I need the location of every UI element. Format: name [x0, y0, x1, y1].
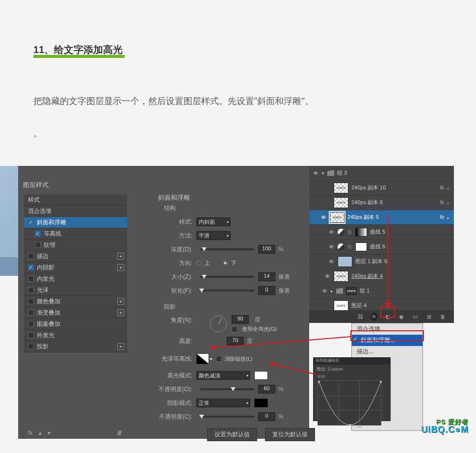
blending-options-item[interactable]: 混合选项 — [24, 206, 127, 217]
antialias-checkbox[interactable] — [216, 356, 222, 362]
visibility-off-icon[interactable] — [324, 302, 331, 309]
visibility-icon[interactable]: 👁 — [328, 243, 335, 250]
contour-preset-row[interactable]: 预设: Custom — [314, 365, 390, 374]
inner-shadow-item[interactable]: ✓内阴影+ — [24, 262, 127, 273]
checkbox-icon[interactable] — [28, 276, 34, 282]
satin-item[interactable]: 光泽 — [24, 285, 127, 296]
fx-icon[interactable]: fx — [28, 429, 32, 436]
checkbox-icon[interactable] — [28, 344, 34, 349]
checkbox-icon[interactable] — [28, 310, 34, 316]
angle-dial[interactable] — [210, 316, 227, 332]
angle-label: 角度(N): — [133, 314, 196, 324]
angle-input[interactable]: 90 — [232, 315, 249, 324]
method-select[interactable]: 平滑 — [196, 231, 231, 240]
layers-panel: 👁▾组 3 240PS240ps 副本 10fx 240PS240ps 副本 6… — [309, 166, 454, 323]
new-layer-icon[interactable]: ⊞ — [425, 314, 432, 320]
layer1copy6-row[interactable]: 👁图层 1 副本 6 — [309, 254, 454, 269]
adjustment-button-icon[interactable]: ◉ — [398, 314, 405, 320]
global-light-checkbox[interactable] — [232, 326, 238, 332]
fx-indicator[interactable]: fx — [440, 214, 450, 220]
outer-glow-item[interactable]: 外发光 — [24, 330, 127, 341]
style-select[interactable]: 内斜面 — [196, 217, 231, 226]
menu-stroke[interactable]: 描边... — [352, 346, 423, 357]
plus-icon[interactable]: + — [117, 264, 124, 271]
color-overlay-item[interactable]: 颜色叠加+ — [24, 296, 127, 307]
contour-item[interactable]: ✓等高线 — [24, 228, 127, 240]
visibility-icon[interactable]: 👁 — [320, 214, 327, 221]
visibility-off-icon[interactable] — [324, 199, 331, 206]
chevron-right-icon[interactable]: ▸ — [331, 289, 333, 293]
link-layers-icon[interactable]: ⛓ — [357, 314, 364, 320]
visibility-icon[interactable]: 👁 — [328, 258, 335, 265]
visibility-icon[interactable]: 👁 — [312, 170, 319, 177]
fx-button[interactable]: fx — [370, 313, 377, 320]
curves5-row[interactable]: 👁⛓曲线 5 — [309, 225, 454, 240]
shadow-opacity-input[interactable]: 0 — [258, 412, 275, 421]
plus-icon[interactable]: + — [117, 343, 124, 350]
visibility-off-icon[interactable] — [324, 185, 331, 191]
dir-up-radio[interactable] — [196, 261, 201, 266]
checkbox-icon[interactable] — [35, 242, 41, 248]
group-1-row[interactable]: 👁▸240PS组 1 — [309, 284, 454, 298]
curves6-row[interactable]: 👁⛓曲线 6 — [309, 240, 454, 254]
altitude-input[interactable]: 70 — [227, 337, 244, 346]
checkbox-icon[interactable] — [28, 321, 34, 327]
contour-editor-popup[interactable]: 等高线编辑器 预设: Custom 映射 — [313, 357, 391, 421]
arrow-up-icon[interactable]: ▴ — [38, 429, 41, 436]
plus-icon[interactable]: + — [117, 298, 124, 305]
styles-header[interactable]: 样式 — [24, 194, 127, 206]
layer-copy10-row[interactable]: 240PS240ps 副本 10fx — [309, 181, 454, 195]
checkbox-icon[interactable]: ✓ — [28, 265, 34, 270]
size-slider[interactable] — [200, 276, 254, 278]
group-button-icon[interactable]: ▭ — [412, 314, 419, 320]
checkbox-icon[interactable] — [28, 253, 34, 259]
layer-copy4-row[interactable]: 👁240PS240ps 副本 4 — [309, 269, 454, 284]
highlight-color-swatch[interactable] — [254, 371, 268, 380]
layer-thumb-icon: 240PS — [330, 212, 344, 223]
shadow-mode-select[interactable]: 正常 — [196, 399, 250, 407]
trash-icon[interactable]: 🗑 — [439, 314, 446, 320]
reset-default-button[interactable]: 复位为默认值 — [265, 428, 315, 441]
inner-glow-item[interactable]: 内发光 — [24, 273, 127, 285]
checkbox-icon[interactable] — [28, 298, 34, 304]
arrow-down-icon[interactable]: ▾ — [47, 429, 50, 436]
plus-icon[interactable]: + — [117, 253, 124, 260]
pattern-overlay-item[interactable]: 图案叠加 — [24, 319, 127, 330]
chevron-down-icon[interactable]: ▾ — [322, 171, 324, 176]
fx-indicator[interactable]: fx — [440, 185, 450, 191]
visibility-icon[interactable]: 👁 — [321, 288, 328, 294]
gradient-overlay-item[interactable]: 渐变叠加+ — [24, 307, 127, 319]
stroke-item[interactable]: 描边+ — [24, 251, 127, 262]
highlight-mode-select[interactable]: 颜色减淡 — [196, 371, 250, 380]
checkbox-icon[interactable]: ✓ — [28, 219, 34, 225]
layer-thumb-icon — [338, 256, 352, 267]
contour-curve-grid[interactable] — [317, 380, 381, 426]
visibility-icon[interactable]: 👁 — [324, 273, 331, 280]
drop-shadow-item[interactable]: 投影+ — [24, 341, 127, 352]
texture-item[interactable]: 纹理 — [24, 240, 127, 251]
gloss-contour-picker[interactable] — [196, 353, 209, 364]
fx-indicator[interactable]: fx — [440, 199, 450, 206]
group-3-row[interactable]: 👁▾组 3 — [309, 166, 454, 181]
depth-input[interactable]: 100 — [258, 245, 275, 254]
size-input[interactable]: 14 — [258, 272, 275, 281]
plus-icon[interactable]: + — [117, 309, 124, 316]
soften-slider[interactable] — [200, 290, 254, 292]
layer-copy6-row[interactable]: 240PS240ps 副本 6fx — [309, 195, 454, 210]
bevel-title: 斜面和浮雕 — [158, 193, 322, 202]
depth-slider[interactable] — [200, 248, 254, 250]
highlight-opacity-slider[interactable] — [200, 388, 254, 390]
make-default-button[interactable]: 设置为默认值 — [207, 428, 257, 441]
dir-down-radio[interactable] — [223, 261, 228, 266]
soften-input[interactable]: 0 — [258, 286, 275, 295]
shadow-opacity-slider[interactable] — [200, 416, 254, 418]
trash-icon[interactable]: 🗑 — [116, 429, 122, 436]
checkbox-icon[interactable]: ✓ — [35, 231, 41, 237]
layer-copy5-row[interactable]: 👁240PS240ps 副本 5fx — [309, 210, 454, 225]
shadow-color-swatch[interactable] — [254, 399, 268, 407]
visibility-icon[interactable]: 👁 — [328, 229, 335, 236]
checkbox-icon[interactable] — [28, 287, 34, 293]
bevel-emboss-item[interactable]: ✓斜面和浮雕 — [24, 217, 127, 228]
highlight-opacity-input[interactable]: 60 — [258, 385, 275, 394]
checkbox-icon[interactable] — [28, 332, 34, 338]
